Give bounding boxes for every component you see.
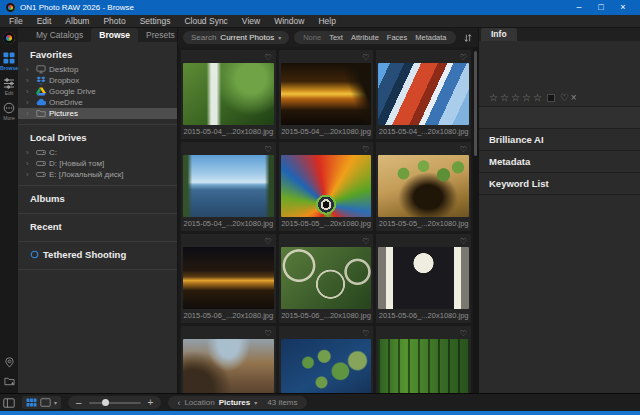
menu-window[interactable]: Window xyxy=(267,15,311,28)
rating-star-icon[interactable]: ☆ xyxy=(500,93,509,103)
chevron-right-icon[interactable]: › xyxy=(26,87,32,97)
photo-cell[interactable]: ♡2015-05-04_...20x1080.jpg xyxy=(181,142,276,231)
thumb-koinobori-flags[interactable] xyxy=(378,63,469,125)
favorite-heart-icon[interactable]: ♡ xyxy=(362,146,369,154)
rating-star-icon[interactable]: ☆ xyxy=(511,93,520,103)
rating-star-icon[interactable]: ☆ xyxy=(522,93,531,103)
info-section-brilliance-ai[interactable]: Brilliance AI xyxy=(479,129,640,151)
thumb-sunset-valley[interactable] xyxy=(281,63,372,125)
back-chevron-icon[interactable]: ‹ xyxy=(177,398,180,408)
tree-item-desktop[interactable]: ›Desktop xyxy=(18,64,177,75)
section-header-recent[interactable]: Recent xyxy=(18,215,177,236)
filter-none[interactable]: None xyxy=(299,33,325,42)
photo-cell[interactable]: ♡2015-05-05_...20x1080.jpg xyxy=(376,142,471,231)
detail-view-icon[interactable] xyxy=(40,398,51,407)
favorite-heart-icon[interactable]: ♡ xyxy=(460,330,467,338)
thumb-waterfall-forest[interactable] xyxy=(183,63,274,125)
menu-view[interactable]: View xyxy=(235,15,267,28)
favorite-heart-icon[interactable]: ♡ xyxy=(264,54,271,62)
module-more[interactable]: More xyxy=(0,102,18,121)
tree-item-d[interactable]: ›D: [Новый том] xyxy=(18,158,177,169)
photo-cell[interactable]: ♡2015-05-06_...20x1080.jpg xyxy=(279,234,374,323)
sidebar-tab-my-catalogs[interactable]: My Catalogs xyxy=(28,28,91,42)
module-browse[interactable]: Browse xyxy=(0,52,18,71)
chevron-right-icon[interactable]: › xyxy=(26,159,32,169)
info-section-metadata[interactable]: Metadata xyxy=(479,151,640,173)
color-label-swatch[interactable] xyxy=(547,94,555,102)
sidebar-tab-browse[interactable]: Browse xyxy=(91,28,138,42)
slider-track[interactable] xyxy=(89,402,141,404)
sidebar-tab-presets[interactable]: Presets xyxy=(138,28,183,42)
panel-toggle-icon[interactable] xyxy=(3,398,15,408)
chevron-right-icon[interactable]: › xyxy=(26,98,32,108)
filter-faces[interactable]: Faces xyxy=(383,33,411,42)
filter-text[interactable]: Text xyxy=(325,33,347,42)
close-button[interactable]: × xyxy=(612,0,634,15)
chevron-right-icon[interactable]: › xyxy=(26,170,32,180)
tree-item-onedrive[interactable]: ›OneDrive xyxy=(18,97,177,108)
module-edit[interactable]: Edit xyxy=(0,77,18,96)
menu-cloud-sync[interactable]: Cloud Sync xyxy=(177,15,234,28)
sort-icon[interactable] xyxy=(463,33,473,43)
chevron-down-icon[interactable]: ▾ xyxy=(54,399,57,406)
filter-metadata[interactable]: Metadata xyxy=(411,33,450,42)
section-header-tethered-shooting[interactable]: Tethered Shooting xyxy=(18,243,177,264)
info-section-keyword-list[interactable]: Keyword List xyxy=(479,173,640,195)
thumb-forest-trees[interactable] xyxy=(378,339,469,393)
menu-file[interactable]: File xyxy=(2,15,30,28)
tree-item-pictures[interactable]: ›Pictures xyxy=(18,108,177,119)
favorite-heart-icon[interactable]: ♡ xyxy=(362,238,369,246)
section-header-local-drives[interactable]: Local Drives xyxy=(18,126,177,147)
section-header-albums[interactable]: Albums xyxy=(18,187,177,208)
favorite-heart-icon[interactable]: ♡ xyxy=(362,330,369,338)
zoom-in-button[interactable]: + xyxy=(148,397,154,409)
photo-cell[interactable]: ♡2015-05-06_...20x1080.jpg xyxy=(181,234,276,323)
photo-cell[interactable]: ♡2015-05-04_...20x1080.jpg xyxy=(376,50,471,139)
photo-cell[interactable]: ♡2015-05-04_...20x1080.jpg xyxy=(181,50,276,139)
photo-cell[interactable]: ♡2015-05-04_...20x1080.jpg xyxy=(279,50,374,139)
menu-edit[interactable]: Edit xyxy=(30,15,59,28)
scrollbar-thumb[interactable] xyxy=(474,51,477,156)
chevron-right-icon[interactable]: › xyxy=(26,76,32,86)
favorite-heart-icon[interactable]: ♡ xyxy=(264,238,271,246)
location-value[interactable]: Pictures xyxy=(219,398,251,407)
tree-item-c[interactable]: ›C: xyxy=(18,147,177,158)
chevron-right-icon[interactable]: › xyxy=(26,109,32,119)
menu-photo[interactable]: Photo xyxy=(96,15,132,28)
filter-attribute[interactable]: Attribute xyxy=(347,33,383,42)
photo-cell[interactable]: ♡ xyxy=(181,326,276,393)
photo-cell[interactable]: ♡ xyxy=(279,326,374,393)
grid-view-icon[interactable] xyxy=(26,398,37,407)
chevron-right-icon[interactable]: › xyxy=(26,65,32,75)
tab-info[interactable]: Info xyxy=(481,28,517,41)
menu-settings[interactable]: Settings xyxy=(133,15,178,28)
thumb-lake-panorama[interactable] xyxy=(183,155,274,217)
thumb-golden-sunset[interactable] xyxy=(183,247,274,309)
photo-cell[interactable]: ♡2015-05-05_...20x1080.jpg xyxy=(279,142,374,231)
chevron-down-icon[interactable]: ▾ xyxy=(254,399,257,406)
menu-album[interactable]: Album xyxy=(58,15,96,28)
grid-scrollbar[interactable] xyxy=(473,47,478,393)
add-folder-icon[interactable] xyxy=(4,376,15,387)
rating-star-icon[interactable]: ☆ xyxy=(533,93,542,103)
thumb-color-burst[interactable] xyxy=(281,155,372,217)
chevron-right-icon[interactable]: › xyxy=(26,148,32,158)
favorite-heart-icon[interactable]: ♡ xyxy=(460,146,467,154)
favorite-heart-icon[interactable]: ♡ xyxy=(264,146,271,154)
tree-item-google-drive[interactable]: ›Google Drive xyxy=(18,86,177,97)
tree-item-dropbox[interactable]: ›Dropbox xyxy=(18,75,177,86)
photo-cell[interactable]: ♡ xyxy=(376,326,471,393)
like-heart-icon[interactable]: ♡ xyxy=(560,93,569,103)
thumb-black-door[interactable] xyxy=(378,247,469,309)
menu-help[interactable]: Help xyxy=(311,15,342,28)
map-location-icon[interactable] xyxy=(4,357,15,368)
tree-item-e[interactable]: ›E: [Локальный диск] xyxy=(18,169,177,180)
photo-cell[interactable]: ♡2015-05-06_...20x1080.jpg xyxy=(376,234,471,323)
thumb-europe-map[interactable] xyxy=(281,339,372,393)
thumb-mountain-road[interactable] xyxy=(281,247,372,309)
search-scope-dropdown[interactable]: Search Current Photos ▾ xyxy=(183,31,289,44)
rating-star-icon[interactable]: ☆ xyxy=(489,93,498,103)
slider-knob[interactable] xyxy=(102,399,109,406)
favorite-heart-icon[interactable]: ♡ xyxy=(362,54,369,62)
maximize-button[interactable]: □ xyxy=(590,0,612,15)
